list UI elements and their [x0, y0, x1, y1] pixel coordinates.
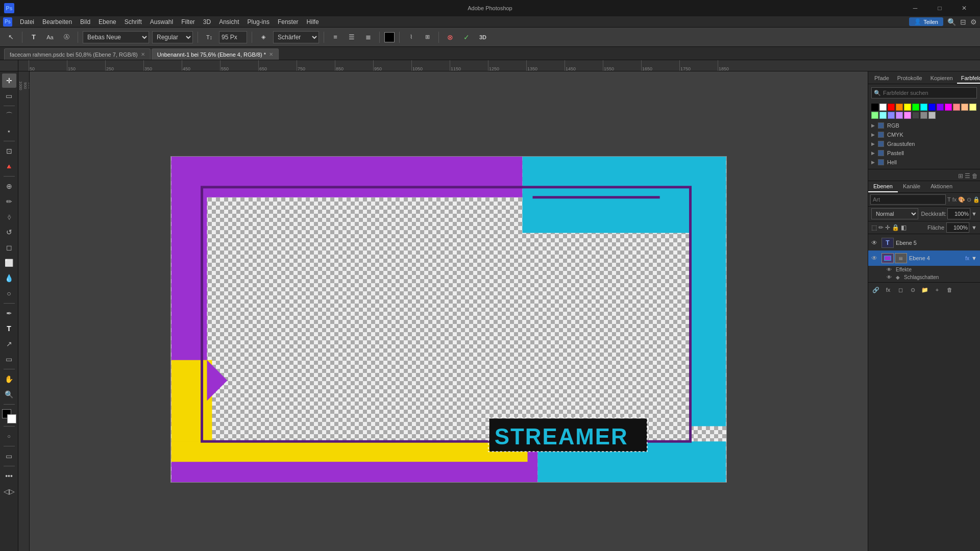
new-fill-adj-btn[interactable]: ⊙	[907, 284, 918, 295]
swatch-mid-gray[interactable]	[920, 112, 927, 119]
swatch-blue[interactable]	[928, 104, 936, 111]
swatch-light-gray[interactable]	[928, 112, 936, 119]
panel-tab-kopieren[interactable]: Kopieren	[926, 73, 957, 84]
layers-filter-paint[interactable]: 🎨	[958, 196, 965, 203]
text-tool-3-btn[interactable]: Ⓐ	[60, 31, 73, 44]
extra-btn-2[interactable]: ◁▷	[2, 484, 16, 498]
add-mask-btn[interactable]: ◻	[895, 284, 906, 295]
add-style-btn[interactable]: fx	[883, 284, 894, 295]
lock-brush-icon[interactable]: ✏	[878, 224, 884, 231]
new-layer-btn[interactable]: +	[932, 284, 943, 295]
layer-schlagschatten-item[interactable]: 👁 ◆ Schlagschatten	[868, 273, 980, 281]
move-tool[interactable]: ✛	[2, 73, 16, 88]
sharpness-select[interactable]: Schärfer	[273, 31, 319, 43]
menu-auswahl[interactable]: Auswahl	[146, 17, 177, 27]
panel-tab-farbfelder[interactable]: Farbfelder	[957, 73, 980, 84]
swatch-red[interactable]	[888, 104, 895, 111]
swatch-light-green[interactable]	[871, 112, 878, 119]
swatch-light-magenta[interactable]	[904, 112, 911, 119]
align-left-btn[interactable]: ≡	[329, 31, 342, 44]
maximize-button[interactable]: □	[928, 0, 951, 16]
minimize-button[interactable]: ─	[903, 0, 927, 16]
swatch-light-cyan[interactable]	[879, 112, 887, 119]
text-color-box[interactable]	[384, 32, 395, 42]
selection-tool[interactable]: ▭	[2, 89, 16, 103]
fill-input[interactable]	[946, 222, 969, 233]
move-tool-btn[interactable]: ↖	[4, 31, 17, 44]
share-button[interactable]: 👤 Teilen	[909, 17, 943, 26]
menu-bild[interactable]: Bild	[77, 17, 94, 27]
swatch-light-red[interactable]	[953, 104, 960, 111]
swatch-purple[interactable]	[937, 104, 944, 111]
text-tool-btn[interactable]: T	[27, 31, 40, 44]
quick-mask-btn[interactable]: ○	[2, 429, 16, 443]
layers-tab-aktionen[interactable]: Aktionen	[925, 181, 958, 192]
font-family-select[interactable]: Bebas Neue	[83, 31, 149, 43]
brush-tool[interactable]: ✏	[2, 194, 16, 209]
blend-mode-select[interactable]: Normal	[871, 208, 918, 219]
swatch-cyan[interactable]	[920, 104, 927, 111]
color-search-input[interactable]	[883, 90, 974, 96]
close-button[interactable]: ✕	[952, 0, 976, 16]
layer-item-ebene4[interactable]: 👁 ▤ Ebene 4 fx ▼	[868, 251, 980, 266]
search-icon-top[interactable]: 🔍	[947, 18, 956, 26]
lock-position-icon[interactable]: ✛	[885, 224, 890, 231]
crop-tool[interactable]: ⊡	[2, 144, 16, 158]
canvas-document[interactable]: STREAMER	[170, 156, 727, 483]
menu-datei[interactable]: Datei	[16, 17, 38, 27]
link-layers-btn[interactable]: 🔗	[870, 284, 881, 295]
menu-hilfe[interactable]: Hilfe	[303, 17, 323, 27]
path-selection-tool[interactable]: ↗	[2, 337, 16, 351]
panel-trash-btn[interactable]: 🗑	[972, 172, 978, 180]
swatch-white[interactable]	[879, 104, 887, 111]
panel-list-view-btn[interactable]: ☰	[965, 172, 970, 180]
color-group-hell[interactable]: ▶ Hell	[868, 158, 980, 167]
view-icon-top[interactable]: ⊟	[960, 18, 966, 26]
swatch-light-purple[interactable]	[896, 112, 903, 119]
layers-filter-adj[interactable]: ⊙	[967, 196, 971, 203]
color-group-gray[interactable]: ▶ Graustufen	[868, 139, 980, 148]
panel-tab-pfade[interactable]: Pfade	[870, 73, 893, 84]
art-board-icon[interactable]: ◧	[901, 224, 906, 231]
cancel-edit-btn[interactable]: ⊗	[444, 31, 457, 44]
layers-tab-kanaele[interactable]: Kanäle	[898, 181, 925, 192]
font-size-input[interactable]	[219, 31, 247, 43]
layer-item-ebene5[interactable]: 👁 T Ebene 5	[868, 235, 980, 251]
blur-tool[interactable]: 💧	[2, 271, 16, 285]
settings-icon-top[interactable]: ⚙	[970, 18, 977, 26]
menu-ansicht[interactable]: Ansicht	[215, 17, 242, 27]
delete-layer-btn[interactable]: 🗑	[944, 284, 955, 295]
shape-tool[interactable]: ▭	[2, 352, 16, 366]
swatch-light-orange[interactable]	[961, 104, 968, 111]
healing-brush-tool[interactable]: ⊕	[2, 179, 16, 193]
layer-vis-ebene5[interactable]: 👁	[871, 239, 879, 246]
layers-filter-T[interactable]: T	[947, 196, 951, 203]
background-color[interactable]	[7, 414, 16, 423]
lock-transparent-icon[interactable]: ⬚	[871, 224, 877, 231]
hand-tool[interactable]: ✋	[2, 372, 16, 386]
effects-vis-icon[interactable]: 👁	[887, 267, 894, 272]
type-tool[interactable]: T	[2, 321, 16, 336]
extras-btn[interactable]: •••	[2, 469, 16, 483]
swatch-orange[interactable]	[896, 104, 903, 111]
layers-search-input[interactable]	[870, 194, 946, 205]
text-tool-2-btn[interactable]: Aa	[43, 31, 57, 44]
swatch-dark-gray[interactable]	[912, 112, 919, 119]
layers-filter-lock[interactable]: 🔒	[973, 196, 980, 203]
panel-grid-view-btn[interactable]: ⊞	[958, 172, 963, 180]
swatch-light-yellow[interactable]	[969, 104, 976, 111]
warp-text-btn[interactable]: ⌇	[404, 31, 418, 44]
dodge-tool[interactable]: ○	[2, 286, 16, 300]
menu-ebene[interactable]: Ebene	[95, 17, 120, 27]
tab-facecam[interactable]: facecam rahmen.psdc bei 50,8% (Ebene 7, …	[4, 48, 151, 60]
swatch-magenta[interactable]	[945, 104, 952, 111]
color-group-rgb[interactable]: ▶ RGB	[868, 121, 980, 130]
menu-3d[interactable]: 3D	[200, 17, 214, 27]
swatch-yellow[interactable]	[904, 104, 911, 111]
layers-filter-fx[interactable]: fx	[952, 196, 957, 203]
align-center-btn[interactable]: ☰	[345, 31, 358, 44]
align-right-btn[interactable]: ≣	[361, 31, 375, 44]
menu-bearbeiten[interactable]: Bearbeiten	[39, 17, 76, 27]
swatch-light-blue[interactable]	[888, 112, 895, 119]
pen-tool[interactable]: ✒	[2, 306, 16, 320]
